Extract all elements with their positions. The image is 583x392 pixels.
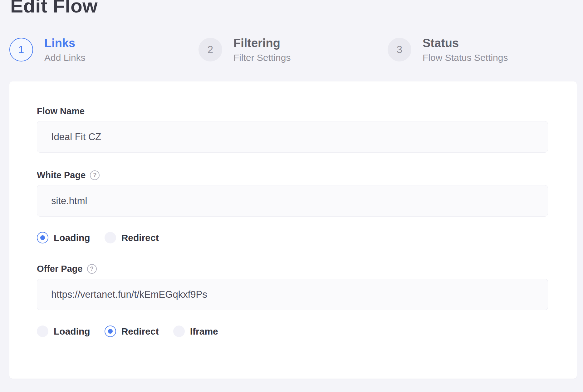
- radio-unselected-icon: [105, 232, 116, 243]
- step-status[interactable]: 3 Status Flow Status Settings: [388, 36, 577, 63]
- radio-unselected-icon: [173, 326, 185, 337]
- offer-page-field-group: Offer Page ?: [37, 263, 548, 310]
- question-mark-icon[interactable]: ?: [90, 170, 100, 180]
- white-page-input[interactable]: [37, 185, 548, 217]
- flow-form-card: Flow Name White Page ? Loading Redirect: [9, 81, 577, 379]
- radio-label-redirect: Redirect: [121, 326, 159, 337]
- step-filtering-number-circle: 2: [198, 38, 222, 61]
- radio-dot: [108, 329, 113, 334]
- radio-label-redirect: Redirect: [121, 233, 159, 243]
- radio-dot: [40, 235, 45, 240]
- step-status-subtitle: Flow Status Settings: [423, 52, 508, 63]
- step-links[interactable]: 1 Links Add Links: [9, 36, 198, 63]
- step-filtering-title: Filtering: [233, 36, 291, 50]
- offer-page-label-row: Offer Page ?: [37, 263, 548, 274]
- radio-selected-icon: [37, 232, 48, 243]
- edit-flow-page: Edit Flow 1 Links Add Links 2 Filtering …: [0, 0, 583, 379]
- step-filtering-text: Filtering Filter Settings: [233, 36, 291, 63]
- step-links-number-circle: 1: [9, 38, 33, 61]
- radio-unselected-icon: [37, 326, 48, 337]
- radio-label-iframe: Iframe: [190, 326, 218, 337]
- offer-page-radio-loading[interactable]: Loading: [37, 326, 90, 337]
- step-status-number-circle: 3: [388, 38, 411, 61]
- offer-page-radio-iframe[interactable]: Iframe: [173, 326, 218, 337]
- radio-label-loading: Loading: [54, 326, 90, 337]
- white-page-field-group: White Page ?: [37, 169, 548, 217]
- flow-name-field-group: Flow Name: [37, 105, 548, 153]
- white-page-label: White Page: [37, 169, 86, 181]
- offer-page-input[interactable]: [37, 279, 548, 310]
- step-links-text: Links Add Links: [44, 36, 86, 63]
- flow-name-label-row: Flow Name: [37, 105, 548, 117]
- step-links-subtitle: Add Links: [44, 52, 86, 63]
- wizard-stepper: 1 Links Add Links 2 Filtering Filter Set…: [9, 36, 577, 63]
- step-status-title: Status: [423, 36, 508, 50]
- white-page-label-row: White Page ?: [37, 169, 548, 181]
- step-links-title: Links: [44, 36, 86, 50]
- question-mark-icon[interactable]: ?: [87, 264, 97, 274]
- white-page-mode-group: Loading Redirect: [37, 232, 548, 243]
- step-filtering-subtitle: Filter Settings: [233, 52, 291, 63]
- offer-page-mode-group: Loading Redirect Iframe: [37, 326, 548, 337]
- step-filtering[interactable]: 2 Filtering Filter Settings: [198, 36, 388, 63]
- offer-page-label: Offer Page: [37, 263, 83, 274]
- radio-selected-icon: [105, 326, 116, 337]
- white-page-radio-loading[interactable]: Loading: [37, 232, 90, 243]
- flow-name-label: Flow Name: [37, 105, 85, 117]
- offer-page-radio-redirect[interactable]: Redirect: [105, 326, 159, 337]
- white-page-radio-redirect[interactable]: Redirect: [105, 232, 159, 243]
- page-title: Edit Flow: [10, 0, 577, 14]
- step-status-text: Status Flow Status Settings: [423, 36, 508, 63]
- flow-name-input[interactable]: [37, 121, 548, 153]
- radio-label-loading: Loading: [54, 233, 90, 243]
